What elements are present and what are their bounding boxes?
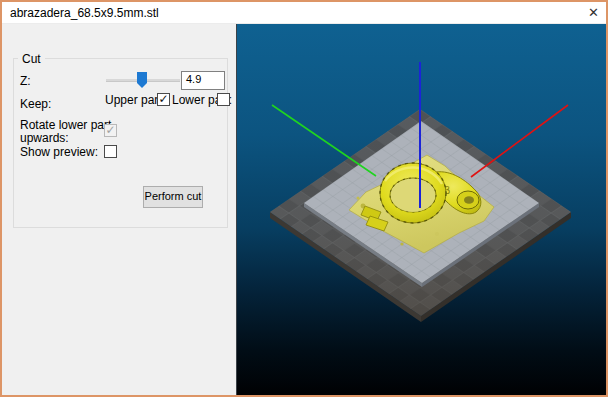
z-value-input[interactable]: 4.9	[181, 71, 225, 90]
window-title: abrazadera_68.5x9.5mm.stl	[10, 6, 159, 20]
show-preview-checkbox[interactable]	[104, 145, 117, 158]
cut-group-title: Cut	[18, 52, 45, 66]
title-bar: abrazadera_68.5x9.5mm.stl ✕	[2, 2, 606, 24]
cut-dialog-window: abrazadera_68.5x9.5mm.stl ✕ Cut Z: 4.9 K…	[0, 0, 608, 397]
3d-scene[interactable]: β	[237, 24, 606, 395]
rotate-lower-label-line2: upwards:	[20, 132, 69, 145]
upper-part-checkbox[interactable]: ✓	[157, 93, 170, 106]
close-icon[interactable]: ✕	[588, 5, 599, 20]
z-label: Z:	[20, 74, 31, 88]
arm-hole	[464, 196, 474, 204]
3d-viewport[interactable]: β	[236, 24, 606, 395]
z-slider[interactable]	[106, 71, 180, 89]
perform-cut-button[interactable]: Perform cut	[143, 186, 203, 208]
show-preview-label: Show preview:	[20, 145, 98, 159]
z-slider-thumb[interactable]	[137, 72, 147, 88]
cut-settings-panel: Cut Z: 4.9 Keep: Upper part: ✓ Lower par…	[2, 24, 236, 395]
lower-part-checkbox[interactable]	[217, 93, 230, 106]
keep-label: Keep:	[20, 97, 51, 111]
rotate-lower-checkbox: ✓	[104, 124, 117, 137]
